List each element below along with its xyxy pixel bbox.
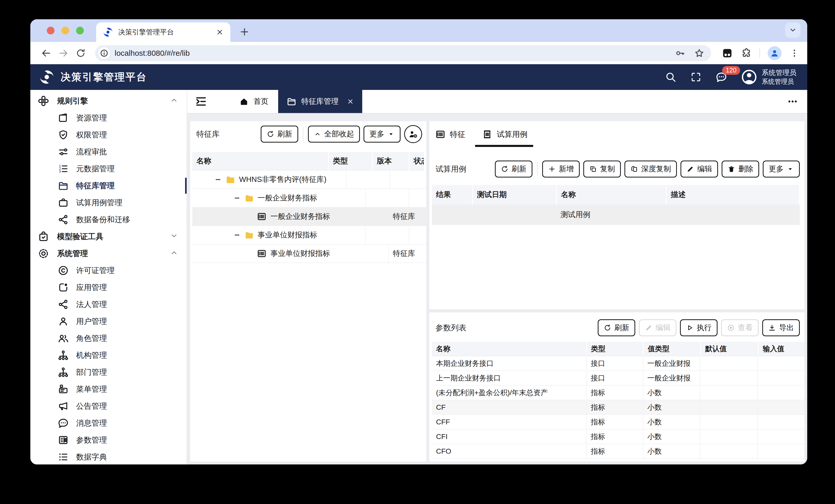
minimize-window-button[interactable] [61, 27, 69, 35]
user-settings-button[interactable] [404, 125, 422, 143]
sidebar-item-metadata-mgmt[interactable]: 元数据管理 [30, 160, 187, 177]
edit-button-disabled[interactable]: 编辑 [639, 319, 676, 336]
more-button[interactable]: 更多 [763, 161, 800, 177]
tab-search-chevron-button[interactable] [785, 22, 800, 38]
sidebar-item-org-mgmt[interactable]: 机构管理 [30, 347, 187, 364]
sidebar-item-data-dictionary[interactable]: 数据字典 [30, 448, 187, 464]
folder-icon [286, 96, 297, 107]
bag-check-icon [38, 231, 49, 243]
param-row[interactable]: CFI 指标 小数 [432, 429, 805, 444]
table-header-row: 结果 测试日期 名称 描述 [432, 185, 800, 205]
sidebar-item-announcement-mgmt[interactable]: 公告管理 [30, 398, 187, 415]
tab-feature[interactable]: 特征 [435, 129, 465, 147]
chevron-up-icon[interactable] [170, 248, 178, 259]
param-row[interactable]: 本期企业财务接口 接口 一般企业财报 [432, 356, 805, 371]
delete-button[interactable]: 删除 [721, 161, 759, 177]
browser-toolbar: localhost:8080/#/re/lib [30, 42, 807, 64]
tree-row-folder[interactable]: 事业单位财报指标 [192, 226, 425, 245]
share-icon [58, 299, 69, 310]
test-case-row-selected[interactable]: 测试用例 [432, 205, 800, 225]
param-row[interactable]: CF 指标 小数 [432, 400, 805, 415]
tree-row-folder[interactable]: 一般企业财务指标 [192, 189, 425, 208]
parameter-list-panel: 参数列表 刷新 编辑 [429, 312, 805, 462]
extension-shortcut-icon[interactable] [721, 47, 733, 59]
zoom-window-button[interactable] [76, 27, 84, 35]
more-actions-ellipsis-icon[interactable] [787, 96, 798, 107]
param-row[interactable]: CFO 指标 小数 [432, 444, 805, 459]
sidebar-item-department-mgmt[interactable]: 部门管理 [30, 364, 187, 381]
param-row[interactable]: 上一期企业财务接口 接口 一般企业财报 [432, 371, 805, 385]
deep-copy-button[interactable]: 深度复制 [625, 161, 677, 177]
param-card-icon [58, 434, 69, 446]
sidebar-item-process-approval[interactable]: 流程审批 [30, 143, 187, 160]
address-bar[interactable]: localhost:8080/#/re/lib [95, 45, 711, 61]
page-tab-feature-library[interactable]: 特征库管理 [278, 90, 362, 113]
extensions-puzzle-icon[interactable] [741, 48, 752, 59]
user-name: 系统管理员 [762, 68, 796, 77]
browser-tab[interactable]: 决策引擎管理平台 [96, 22, 230, 42]
browser-menu-kebab-icon[interactable] [789, 48, 799, 58]
sidebar-item-user-mgmt[interactable]: 用户管理 [30, 313, 187, 330]
sidebar-item-feature-library-mgmt[interactable]: 特征库管理 [30, 177, 187, 194]
briefcase-icon [58, 197, 69, 208]
param-row[interactable]: (未分配利润+盈余公积)/年末总资产 指标 小数 [432, 385, 805, 400]
sidebar-collapse-icon[interactable] [195, 95, 207, 108]
view-button-disabled[interactable]: 查看 [721, 319, 759, 336]
page-tab-home[interactable]: 首页 [229, 90, 278, 113]
global-search-icon[interactable] [665, 71, 676, 83]
forward-button[interactable] [58, 48, 69, 59]
reload-button[interactable] [76, 48, 86, 58]
tree-row-leaf[interactable]: 事业单位财报指标 特征库 1 草稿 [192, 245, 425, 263]
caret-down-icon [387, 130, 394, 138]
sidebar-group-system-mgmt[interactable]: 系统管理 [30, 245, 187, 262]
sidebar-item-license-mgmt[interactable]: 许可证管理 [30, 262, 187, 279]
add-button[interactable]: 新增 [542, 161, 580, 177]
sidebar-item-parameter-mgmt[interactable]: 参数管理 [30, 432, 187, 448]
window-controls [47, 27, 84, 35]
sidebar-item-data-backup-migration[interactable]: 数据备份和迁移 [30, 211, 187, 228]
user-menu[interactable]: 系统管理员 系统管理员 [741, 68, 796, 86]
site-info-icon[interactable] [98, 47, 110, 59]
sidebar-group-rule-engine[interactable]: 规则引擎 [30, 92, 187, 109]
collapse-toggle-icon[interactable] [233, 231, 241, 239]
collapse-all-button[interactable]: 全部收起 [308, 126, 360, 143]
edit-button[interactable]: 编辑 [680, 161, 718, 177]
copy-button[interactable]: 复制 [583, 161, 621, 177]
feature-library-title: 特征库 [197, 129, 220, 140]
sidebar-item-role-mgmt[interactable]: 角色管理 [30, 330, 187, 347]
app-title: 决策引擎管理平台 [61, 70, 147, 84]
refresh-button[interactable]: 刷新 [598, 319, 635, 336]
browser-profile-avatar[interactable] [768, 46, 781, 60]
messages-icon[interactable]: 120 [715, 71, 727, 83]
fullscreen-icon[interactable] [690, 71, 701, 83]
run-button[interactable]: 执行 [680, 319, 717, 336]
more-button[interactable]: 更多 [364, 126, 401, 143]
url-text[interactable]: localhost:8080/#/re/lib [115, 49, 190, 58]
close-window-button[interactable] [47, 27, 55, 35]
new-tab-button[interactable] [239, 26, 250, 38]
sidebar-item-resource-mgmt[interactable]: 资源管理 [30, 109, 187, 126]
tree-row-leaf-selected[interactable]: 一般企业财务指标 特征库 1 草稿 [192, 208, 425, 226]
bookmark-star-icon[interactable] [694, 48, 705, 58]
close-icon[interactable] [347, 98, 354, 105]
collapse-toggle-icon[interactable] [233, 194, 241, 202]
collapse-toggle-icon[interactable] [215, 176, 222, 183]
tree-row-root[interactable]: WHNS非零售内评(特征库) [192, 171, 425, 189]
sidebar-item-permission-mgmt[interactable]: 权限管理 [30, 126, 187, 143]
param-row[interactable]: CFF 指标 小数 [432, 415, 805, 429]
chevron-down-icon[interactable] [170, 231, 178, 242]
tab-close-icon[interactable] [216, 28, 224, 36]
password-key-icon[interactable] [675, 48, 685, 58]
back-button[interactable] [41, 48, 52, 59]
refresh-button[interactable]: 刷新 [495, 161, 532, 177]
tab-test-case[interactable]: 试算用例 [482, 129, 528, 147]
sidebar-item-test-case-mgmt[interactable]: 试算用例管理 [30, 194, 187, 211]
sidebar-item-message-mgmt[interactable]: 消息管理 [30, 415, 187, 432]
export-button[interactable]: 导出 [762, 319, 800, 336]
refresh-button[interactable]: 刷新 [261, 126, 298, 143]
sidebar-group-model-validation[interactable]: 模型验证工具 [30, 228, 187, 245]
sidebar-item-menu-mgmt[interactable]: 菜单管理 [30, 381, 187, 398]
chevron-up-icon[interactable] [170, 96, 178, 106]
sidebar-item-legal-entity-mgmt[interactable]: 法人管理 [30, 296, 187, 313]
sidebar-item-app-mgmt[interactable]: 应用管理 [30, 279, 187, 296]
